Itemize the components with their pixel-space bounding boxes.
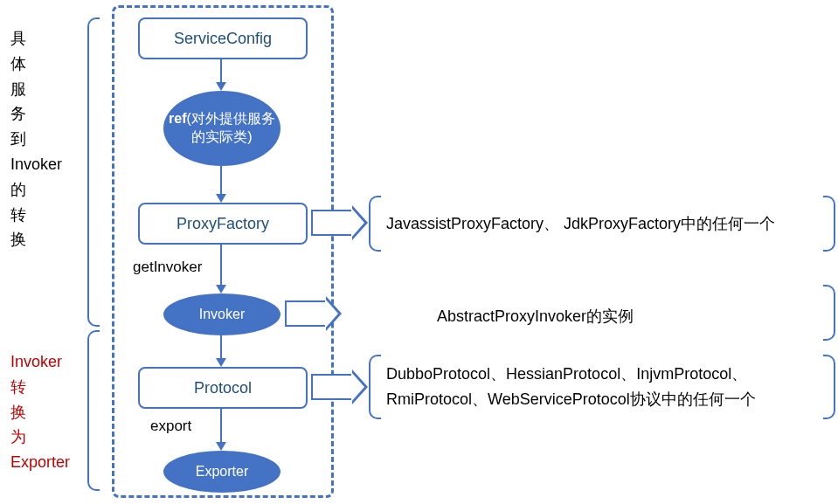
t: 转 bbox=[10, 375, 70, 400]
t: 换 bbox=[10, 400, 70, 425]
t: 的 bbox=[10, 177, 62, 203]
arrow-invoker bbox=[285, 300, 328, 327]
export-label: export bbox=[150, 418, 191, 435]
brace-proxy-r bbox=[823, 196, 835, 252]
arrow-proxy bbox=[311, 210, 354, 236]
t: 体 bbox=[10, 52, 62, 77]
protocol-box: Protocol bbox=[138, 367, 308, 409]
ref-text: (对外提供服务的实际类) bbox=[187, 111, 275, 144]
ref-bold: ref bbox=[169, 111, 186, 126]
t: Exporter bbox=[10, 450, 70, 475]
service-config-box: ServiceConfig bbox=[138, 17, 308, 59]
t: Invoker bbox=[10, 152, 62, 177]
arrow3 bbox=[220, 243, 222, 287]
brace-invoker-r bbox=[823, 285, 835, 341]
brace-proxy-l bbox=[369, 196, 381, 252]
brace-left-2 bbox=[87, 330, 100, 491]
arrow2 bbox=[220, 164, 222, 196]
t: 具 bbox=[10, 26, 62, 52]
proxy-factory-box: ProxyFactory bbox=[138, 203, 308, 245]
arrow4 bbox=[220, 334, 222, 360]
desc-proxy: JavassistProxyFactory、 JdkProxyFactory中的… bbox=[386, 211, 823, 237]
arrow1 bbox=[220, 58, 222, 84]
exporter-oval: Exporter bbox=[163, 451, 280, 493]
brace-protocol-r bbox=[823, 355, 835, 419]
main-container bbox=[112, 5, 334, 498]
brace-left-1 bbox=[87, 17, 100, 327]
arrow-protocol bbox=[311, 374, 354, 400]
t: 到 bbox=[10, 127, 62, 152]
t: 务 bbox=[10, 101, 62, 127]
t: 换 bbox=[10, 227, 62, 252]
invoker-oval: Invoker bbox=[163, 293, 280, 335]
arrow5 bbox=[220, 407, 222, 444]
t: 转 bbox=[10, 203, 62, 228]
getinvoker-label: getInvoker bbox=[133, 259, 202, 276]
t: 为 bbox=[10, 425, 70, 450]
ref-oval: ref(对外提供服务的实际类) bbox=[163, 91, 280, 166]
t: Invoker bbox=[10, 349, 70, 375]
left-label-1: 具 体 服 务 到 Invoker 的 转 换 bbox=[10, 26, 62, 252]
desc-invoker: AbstractProxyInvoker的实例 bbox=[437, 304, 634, 329]
brace-protocol-l bbox=[369, 355, 381, 419]
left-label-2: Invoker 转 换 为 Exporter bbox=[10, 349, 70, 475]
desc-protocol: DubboProtocol、HessianProtocol、InjvmProto… bbox=[386, 362, 823, 412]
t: 服 bbox=[10, 77, 62, 102]
